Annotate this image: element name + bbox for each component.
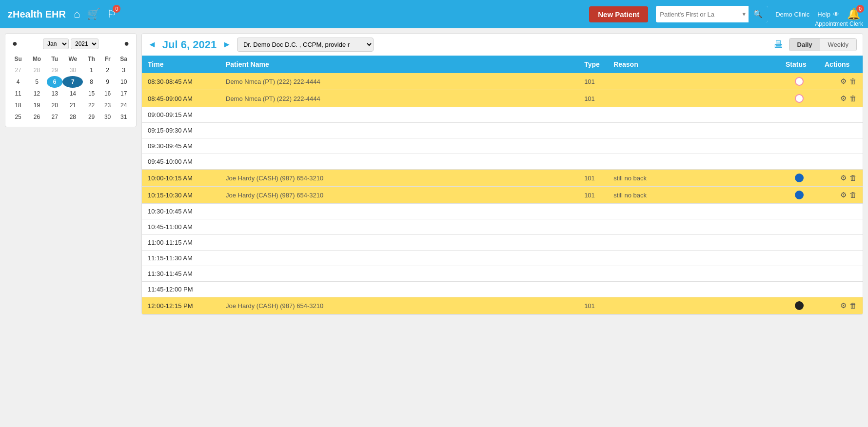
calendar-day[interactable]: 17 xyxy=(115,88,132,99)
gear-icon[interactable]: ⚙ xyxy=(840,94,847,102)
gear-icon[interactable]: ⚙ xyxy=(840,77,847,85)
calendar-day[interactable]: 8 xyxy=(83,76,100,88)
status-cell xyxy=(780,235,819,251)
patient-name-cell[interactable]: Demo Nmca (PT) (222) 222-4444 xyxy=(220,90,578,107)
calendar-day[interactable]: 27 xyxy=(9,64,27,76)
calendar-day[interactable]: 25 xyxy=(9,111,27,123)
notifications-icon-wrap[interactable]: 🔔 0 xyxy=(847,8,860,20)
provider-select[interactable]: Dr. Demo Doc D.C. , CCPM, provide r xyxy=(237,38,374,52)
calendar-day[interactable]: 29 xyxy=(83,111,100,123)
calendar-day[interactable]: 7 xyxy=(62,76,83,88)
calendar-day[interactable]: 5 xyxy=(27,76,47,88)
calendar-day[interactable]: 26 xyxy=(27,111,47,123)
calendar-day[interactable]: 18 xyxy=(9,99,27,111)
calendar-day[interactable]: 6 xyxy=(47,76,62,88)
calendar-day[interactable]: 19 xyxy=(27,99,47,111)
patient-name-cell xyxy=(220,266,578,282)
calendar-day[interactable]: 24 xyxy=(115,99,132,111)
calendar-day[interactable]: 30 xyxy=(100,111,115,123)
daily-view-button[interactable]: Daily xyxy=(789,39,820,51)
calendar-day[interactable]: 30 xyxy=(62,64,83,76)
calendar-day[interactable]: 31 xyxy=(115,111,132,123)
status-cell[interactable] xyxy=(780,170,819,187)
table-row: 09:00-09:15 AM xyxy=(142,107,863,123)
time-cell: 08:45-09:00 AM xyxy=(142,90,220,107)
calendar-day[interactable]: 28 xyxy=(62,111,83,123)
flag-icon-wrap[interactable]: ⚐ 0 xyxy=(107,8,117,20)
table-row: 09:15-09:30 AM xyxy=(142,123,863,138)
calendar-day[interactable]: 29 xyxy=(47,64,62,76)
status-circle[interactable] xyxy=(795,94,804,103)
calendar-day[interactable]: 1 xyxy=(83,64,100,76)
new-patient-button[interactable]: New Patient xyxy=(589,6,648,22)
search-input[interactable] xyxy=(656,11,739,18)
search-container: ▼ 🔍 xyxy=(656,6,768,22)
calendar-next-button[interactable]: ● xyxy=(121,38,132,50)
cart-icon-wrap[interactable]: 🛒 xyxy=(87,8,100,20)
home-icon-wrap[interactable]: ⌂ xyxy=(74,8,80,20)
status-cell[interactable] xyxy=(780,187,819,204)
calendar-day[interactable]: 14 xyxy=(62,88,83,99)
calendar-day[interactable]: 9 xyxy=(100,76,115,88)
search-dropdown-arrow[interactable]: ▼ xyxy=(739,11,749,17)
calendar-day[interactable]: 3 xyxy=(115,64,132,76)
gear-icon[interactable]: ⚙ xyxy=(840,174,847,182)
type-cell xyxy=(578,282,608,297)
weekly-view-button[interactable]: Weekly xyxy=(820,39,856,51)
search-button[interactable]: 🔍 xyxy=(749,6,768,22)
calendar-day[interactable]: 4 xyxy=(9,76,27,88)
schedule-next-button[interactable]: ► xyxy=(222,39,231,50)
type-cell: 101 xyxy=(578,170,608,187)
print-icon[interactable]: 🖶 xyxy=(773,39,783,50)
calendar-day[interactable]: 16 xyxy=(100,88,115,99)
calendar-day[interactable]: 22 xyxy=(83,99,100,111)
trash-icon[interactable]: 🗑 xyxy=(849,191,857,199)
gear-icon[interactable]: ⚙ xyxy=(840,191,847,199)
gear-icon[interactable]: ⚙ xyxy=(840,301,847,310)
status-cell[interactable] xyxy=(780,73,819,90)
clinic-name-item[interactable]: Demo Clinic xyxy=(775,11,809,18)
table-row: 10:15-10:30 AMJoe Hardy (CASH) (987) 654… xyxy=(142,187,863,204)
calendar-day[interactable]: 27 xyxy=(47,111,62,123)
type-cell xyxy=(578,154,608,170)
user-role: Appointment Clerk xyxy=(815,20,863,27)
patient-name-cell[interactable]: Joe Hardy (CASH) (987) 654-3210 xyxy=(220,297,578,314)
time-cell: 12:00-12:15 PM xyxy=(142,297,220,314)
status-cell[interactable] xyxy=(780,90,819,107)
patient-name-cell[interactable]: Joe Hardy (CASH) (987) 654-3210 xyxy=(220,170,578,187)
calendar-prev-button[interactable]: ● xyxy=(9,38,20,50)
patient-name-cell[interactable]: Joe Hardy (CASH) (987) 654-3210 xyxy=(220,187,578,204)
calendar-day[interactable]: 28 xyxy=(27,64,47,76)
status-circle[interactable] xyxy=(795,174,804,182)
status-cell xyxy=(780,204,819,219)
month-select[interactable]: JanFebMarApr MayJunJulAug SepOctNovDec xyxy=(43,39,69,49)
calendar-day[interactable]: 2 xyxy=(100,64,115,76)
calendar-day-header: Th xyxy=(83,54,100,64)
trash-icon[interactable]: 🗑 xyxy=(849,94,857,102)
help-item[interactable]: Help 👁 xyxy=(817,11,839,18)
patient-name-cell[interactable]: Demo Nmca (PT) (222) 222-4444 xyxy=(220,73,578,90)
calendar-day[interactable]: 11 xyxy=(9,88,27,99)
actions-cell xyxy=(819,107,863,123)
calendar-day[interactable]: 23 xyxy=(100,99,115,111)
schedule-prev-button[interactable]: ◄ xyxy=(148,39,157,50)
type-cell xyxy=(578,138,608,154)
status-circle[interactable] xyxy=(795,77,804,86)
status-circle[interactable] xyxy=(795,191,804,199)
calendar-day[interactable]: 13 xyxy=(47,88,62,99)
calendar-panel: ● JanFebMarApr MayJunJulAug SepOctNovDec… xyxy=(5,33,137,127)
calendar-day[interactable]: 12 xyxy=(27,88,47,99)
trash-icon[interactable]: 🗑 xyxy=(849,77,857,85)
calendar-day[interactable]: 10 xyxy=(115,76,132,88)
table-row: 11:30-11:45 AM xyxy=(142,266,863,282)
main-layout: ● JanFebMarApr MayJunJulAug SepOctNovDec… xyxy=(0,28,868,320)
status-cell[interactable] xyxy=(780,297,819,314)
calendar-day[interactable]: 20 xyxy=(47,99,62,111)
year-select[interactable]: 2019202020212022 xyxy=(71,39,99,49)
calendar-day[interactable]: 15 xyxy=(83,88,100,99)
calendar-day[interactable]: 21 xyxy=(62,99,83,111)
table-row: 08:30-08:45 AMDemo Nmca (PT) (222) 222-4… xyxy=(142,73,863,90)
trash-icon[interactable]: 🗑 xyxy=(849,301,857,310)
status-circle[interactable] xyxy=(795,301,804,310)
trash-icon[interactable]: 🗑 xyxy=(849,174,857,182)
